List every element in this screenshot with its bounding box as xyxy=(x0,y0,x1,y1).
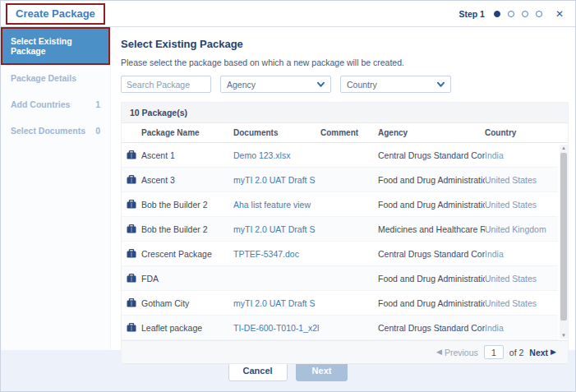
agency: Food and Drug Administration (FDA) xyxy=(378,298,485,308)
agency: Food and Drug Administration (FDA) xyxy=(378,274,485,284)
previous-page-button[interactable]: ◀ Previous xyxy=(436,348,478,357)
sidebar-item-count: 1 xyxy=(95,99,100,109)
scroll-up-icon[interactable]: ▲ xyxy=(560,145,568,150)
package-table: 10 Package(s) Package Name Documents Com… xyxy=(121,102,569,364)
document-link[interactable]: myTI 2.0 UAT Draft S xyxy=(233,175,320,185)
package-icon xyxy=(122,298,141,307)
country: India xyxy=(485,150,558,160)
sidebar-item-label: Select Existing Package xyxy=(11,36,100,56)
agency-dropdown[interactable]: Agency xyxy=(220,76,331,93)
document-link[interactable]: TI-DE-600-T010-1_x2l xyxy=(233,323,320,333)
create-package-dialog: Create Package Step 1 ✕ Select Existing … xyxy=(0,0,576,392)
col-comment: Comment xyxy=(320,128,378,137)
document-link[interactable]: TPTEF-5347.doc xyxy=(233,249,320,259)
filter-bar: Agency Country xyxy=(121,76,569,93)
package-icon xyxy=(122,274,141,283)
country: India xyxy=(485,323,558,333)
country: United States xyxy=(485,175,558,185)
package-name: FDA xyxy=(141,274,233,284)
previous-arrow-icon: ◀ xyxy=(436,348,442,356)
table-header: Package Name Documents Comment Agency Co… xyxy=(122,123,568,143)
country: United States xyxy=(485,200,558,210)
country: United Kingdom xyxy=(485,224,558,234)
step-dot-2 xyxy=(508,11,514,17)
col-country: Country xyxy=(485,128,568,137)
dialog-title: Create Package xyxy=(6,3,105,25)
agency: Food and Drug Administration (FDA) xyxy=(378,200,485,210)
dialog-header: Create Package Step 1 ✕ xyxy=(1,1,575,27)
table-row[interactable]: Ascent 1Demo 123.xlsxCentral Drugs Stand… xyxy=(122,143,558,168)
sidebar-item-select-documents[interactable]: Select Documents 0 xyxy=(1,118,110,144)
table-row[interactable]: Ascent 3myTI 2.0 UAT Draft SFood and Dru… xyxy=(122,168,558,192)
next-arrow-icon: ▶ xyxy=(551,348,556,356)
sidebar-item-label: Select Documents xyxy=(11,126,85,136)
close-icon[interactable]: ✕ xyxy=(555,9,564,19)
page-title: Select Existing Package xyxy=(121,38,569,50)
country: United States xyxy=(485,274,558,284)
sidebar-item-package-details[interactable]: Package Details xyxy=(1,65,110,91)
package-name: Crescent Package xyxy=(141,249,233,259)
table-row[interactable]: Crescent PackageTPTEF-5347.docCentral Dr… xyxy=(122,242,558,266)
chevron-down-icon xyxy=(437,81,445,88)
agency: Central Drugs Standard Control Orga xyxy=(378,323,485,333)
package-icon xyxy=(122,200,141,209)
agency-dropdown-value: Agency xyxy=(227,80,256,90)
agency: Central Drugs Standard Control Orga xyxy=(378,249,485,259)
package-name: Leaflet package xyxy=(141,323,233,333)
document-link[interactable]: myTI 2.0 UAT Draft S xyxy=(233,298,320,308)
page-subtitle: Please select the package based on which… xyxy=(121,58,569,67)
table-row[interactable]: Leaflet packageTI-DE-600-T010-1_x2lCentr… xyxy=(122,316,558,340)
step-label: Step 1 xyxy=(458,9,485,19)
step-dot-3 xyxy=(522,11,528,17)
wizard-sidebar: Select Existing Package Package Details … xyxy=(1,27,111,350)
pagination: ◀ Previous of 2 Next ▶ xyxy=(122,340,568,364)
country: India xyxy=(485,249,558,259)
package-icon xyxy=(122,175,141,184)
next-page-button[interactable]: Next ▶ xyxy=(529,348,556,357)
package-name: Gotham City xyxy=(141,298,233,308)
table-row[interactable]: Bob the Builder 2Aha list feature viewFo… xyxy=(122,192,558,217)
sidebar-item-count: 0 xyxy=(95,126,100,136)
chevron-down-icon xyxy=(317,81,325,88)
step-indicator: Step 1 ✕ xyxy=(458,9,564,19)
package-name: Ascent 3 xyxy=(141,175,233,185)
agency: Food and Drug Administration (FDA) xyxy=(378,175,485,185)
result-count: 10 Package(s) xyxy=(122,103,568,123)
page-of-label: of 2 xyxy=(509,348,524,357)
search-package-input[interactable] xyxy=(121,76,211,93)
package-icon xyxy=(122,249,141,258)
table-row[interactable]: Bob the Builder 2myTI 2.0 UAT Draft SMed… xyxy=(122,217,558,242)
vertical-scrollbar[interactable]: ▲ ▼ xyxy=(560,145,568,339)
table-body: Ascent 1Demo 123.xlsxCentral Drugs Stand… xyxy=(122,143,568,340)
col-agency: Agency xyxy=(378,128,485,137)
package-name: Bob the Builder 2 xyxy=(141,224,233,234)
table-row[interactable]: FDAFood and Drug Administration (FDA)Uni… xyxy=(122,266,558,291)
document-link[interactable]: Aha list feature view xyxy=(233,200,320,210)
package-name: Ascent 1 xyxy=(141,150,233,160)
page-number-input[interactable] xyxy=(484,345,504,359)
country-dropdown-value: Country xyxy=(347,80,377,90)
sidebar-item-select-existing-package[interactable]: Select Existing Package xyxy=(1,27,110,65)
package-icon xyxy=(122,224,141,233)
country: United States xyxy=(485,298,558,308)
sidebar-item-label: Package Details xyxy=(11,73,76,83)
step-dot-1 xyxy=(494,11,500,17)
col-package-name: Package Name xyxy=(141,128,233,137)
sidebar-item-label: Add Countries xyxy=(11,99,70,109)
agency: Medicines and Healthcare Regulator xyxy=(378,224,485,234)
col-documents: Documents xyxy=(233,128,320,137)
agency: Central Drugs Standard Control Orga xyxy=(378,150,485,160)
package-icon xyxy=(122,150,141,159)
table-row[interactable]: Gotham CitymyTI 2.0 UAT Draft SFood and … xyxy=(122,291,558,316)
document-link[interactable]: Demo 123.xlsx xyxy=(233,150,320,160)
main-panel: Select Existing Package Please select th… xyxy=(111,27,575,350)
scroll-down-icon[interactable]: ▼ xyxy=(560,333,568,338)
step-dot-4 xyxy=(536,11,542,17)
document-link[interactable]: myTI 2.0 UAT Draft S xyxy=(233,224,320,234)
sidebar-item-add-countries[interactable]: Add Countries 1 xyxy=(1,91,110,118)
country-dropdown[interactable]: Country xyxy=(340,76,451,93)
package-name: Bob the Builder 2 xyxy=(141,200,233,210)
package-icon xyxy=(122,323,141,332)
scrollbar-thumb[interactable] xyxy=(560,153,567,321)
